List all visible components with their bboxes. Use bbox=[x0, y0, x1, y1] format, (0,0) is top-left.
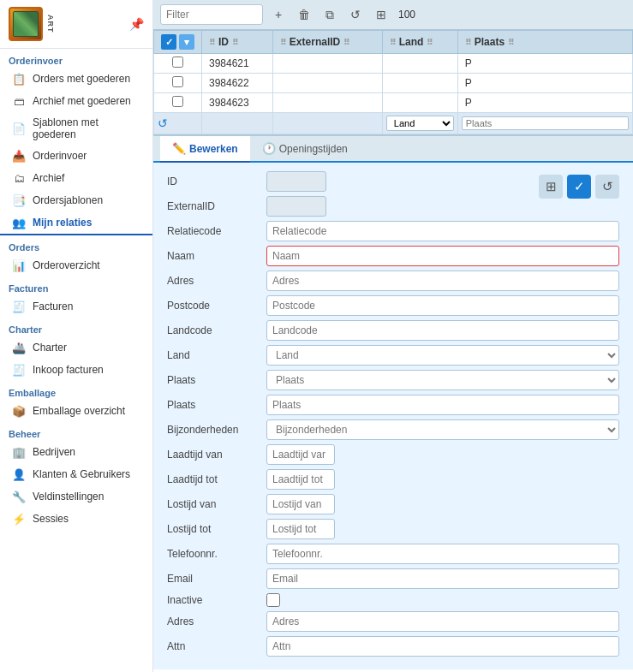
land-sort[interactable]: ⠿ bbox=[427, 38, 433, 47]
field-relatiecode[interactable] bbox=[266, 221, 619, 241]
delete-button[interactable]: 🗑 bbox=[294, 4, 314, 25]
sidebar-item-sessies[interactable]: ⚡ Sessies bbox=[0, 508, 152, 530]
label-land: Land bbox=[167, 349, 261, 361]
mijn-relaties-icon: 👥 bbox=[12, 216, 26, 229]
field-adres2[interactable] bbox=[266, 611, 619, 632]
sidebar: ART 📌 Orderinvoer 📋 Orders met goederen … bbox=[0, 0, 153, 672]
sidebar-item-facturen[interactable]: 🧾 Facturen bbox=[0, 295, 152, 318]
sidebar-item-klanten-gebruikers[interactable]: 👤 Klanten & Gebruikers bbox=[0, 463, 152, 485]
undo-action-btn[interactable]: ↺ bbox=[595, 175, 619, 199]
label-lostijd-van: Lostijd van bbox=[167, 498, 261, 510]
filter-land-cell[interactable]: Land bbox=[382, 113, 457, 134]
field-externalid[interactable] bbox=[266, 196, 326, 217]
section-orders: Orders bbox=[0, 235, 152, 254]
label-naam: Naam bbox=[167, 250, 261, 262]
sidebar-item-sjablonen[interactable]: 📄 Sjablonen met goederen bbox=[0, 112, 152, 145]
plaats-sort[interactable]: ⠿ bbox=[508, 38, 514, 47]
filter-land-select[interactable]: Land bbox=[386, 116, 454, 131]
copy-button[interactable]: ⧉ bbox=[319, 4, 340, 25]
form-area: ID ExternalID ⊞ ✓ ↺ Re bbox=[153, 163, 633, 669]
form-row-attn: Attn bbox=[167, 636, 619, 657]
sidebar-item-charter[interactable]: 🚢 Charter bbox=[0, 336, 152, 359]
field-id[interactable] bbox=[266, 171, 326, 192]
field-plaats-input[interactable] bbox=[266, 395, 619, 415]
col-id[interactable]: ⠿ ID ⠿ bbox=[202, 31, 273, 54]
filter-plaats-input[interactable] bbox=[462, 116, 629, 130]
main-content: + 🗑 ⧉ ↺ ⊞ 100 ✓ ▾ ⠿ bbox=[153, 0, 633, 672]
save-action-btn[interactable]: ✓ bbox=[567, 175, 591, 199]
grid-button[interactable]: ⊞ bbox=[371, 4, 391, 25]
archief-met-goederen-icon: 🗃 bbox=[12, 94, 26, 108]
add-button[interactable]: + bbox=[268, 4, 289, 25]
id-drag[interactable]: ⠿ bbox=[209, 38, 215, 47]
col-externalid[interactable]: ⠿ ExternalID ⠿ bbox=[272, 31, 382, 54]
cell-id: 3984622 bbox=[202, 74, 273, 93]
field-bijzonderheden[interactable]: Bijzonderheden bbox=[266, 419, 619, 440]
sidebar-item-archief-met-goederen[interactable]: 🗃 Archief met goederen bbox=[0, 90, 152, 112]
row-check[interactable] bbox=[154, 54, 202, 74]
sidebar-item-veldinstellingen[interactable]: 🔧 Veldinstellingen bbox=[0, 485, 152, 508]
sidebar-item-emballage-overzicht[interactable]: 📦 Emballage overzicht bbox=[0, 400, 152, 422]
externalid-sort[interactable]: ⠿ bbox=[343, 38, 349, 47]
tab-openingstijden[interactable]: 🕐 Openingstijden bbox=[250, 136, 360, 163]
label-landcode: Landcode bbox=[167, 324, 261, 336]
filter-refresh-btn[interactable]: ↺ bbox=[158, 116, 168, 130]
section-emballage: Emballage bbox=[0, 381, 152, 400]
filter-input[interactable] bbox=[160, 4, 263, 25]
label-bijzonderheden: Bijzonderheden bbox=[167, 424, 261, 436]
table-row[interactable]: 3984622 P bbox=[154, 74, 633, 93]
refresh-button[interactable]: ↺ bbox=[345, 4, 366, 25]
row-check[interactable] bbox=[154, 93, 202, 113]
filter-refresh[interactable]: ↺ bbox=[154, 113, 202, 134]
field-lostijd-tot[interactable] bbox=[266, 519, 335, 539]
select-dropdown[interactable]: ▾ bbox=[179, 34, 194, 50]
filter-plaats-cell[interactable] bbox=[457, 113, 632, 134]
id-sort[interactable]: ⠿ bbox=[232, 38, 238, 47]
section-facturen: Facturen bbox=[0, 277, 152, 295]
field-telefoonnr[interactable] bbox=[266, 544, 619, 564]
col-check: ✓ ▾ bbox=[154, 31, 202, 54]
form-row-relatiecode: Relatiecode bbox=[167, 221, 619, 241]
col-plaats[interactable]: ⠿ Plaats ⠿ bbox=[457, 31, 632, 54]
field-attn[interactable] bbox=[266, 636, 619, 657]
tab-bewerken[interactable]: ✏️ Bewerken bbox=[160, 136, 250, 163]
sidebar-item-orderinvoer[interactable]: 📥 Orderinvoer bbox=[0, 145, 152, 167]
sidebar-item-mijn-relaties[interactable]: 👥 Mijn relaties bbox=[0, 211, 152, 235]
orders-met-goederen-icon: 📋 bbox=[12, 72, 26, 86]
sidebar-item-archief[interactable]: 🗂 Archief bbox=[0, 167, 152, 189]
field-plaats-select[interactable]: Plaats bbox=[266, 370, 619, 390]
field-laadtijd-tot[interactable] bbox=[266, 469, 335, 490]
field-land[interactable]: Land bbox=[266, 345, 619, 366]
field-postcode[interactable] bbox=[266, 295, 619, 316]
select-all-check[interactable]: ✓ bbox=[161, 34, 176, 50]
field-inactive[interactable] bbox=[266, 593, 280, 607]
field-email[interactable] bbox=[266, 568, 619, 589]
tab-bewerken-label: Bewerken bbox=[189, 143, 238, 155]
field-naam[interactable] bbox=[266, 246, 619, 266]
sidebar-item-orderoverzicht[interactable]: 📊 Orderoverzicht bbox=[0, 254, 152, 277]
toolbar: + 🗑 ⧉ ↺ ⊞ 100 bbox=[153, 0, 633, 30]
cell-land bbox=[382, 93, 457, 113]
field-landcode[interactable] bbox=[266, 320, 619, 341]
plaats-drag[interactable]: ⠿ bbox=[465, 38, 471, 47]
charter-icon: 🚢 bbox=[12, 341, 26, 354]
sidebar-item-bedrijven[interactable]: 🏢 Bedrijven bbox=[0, 441, 152, 463]
data-table-wrapper: ✓ ▾ ⠿ ID ⠿ ⠿ Externa bbox=[153, 30, 633, 135]
grid-action-btn[interactable]: ⊞ bbox=[539, 175, 563, 199]
table-row[interactable]: 3984623 P bbox=[154, 93, 633, 113]
field-adres[interactable] bbox=[266, 271, 619, 291]
table-row[interactable]: 3984621 P bbox=[154, 54, 633, 74]
sidebar-item-inkoop-facturen[interactable]: 🧾 Inkoop facturen bbox=[0, 359, 152, 381]
land-drag[interactable]: ⠿ bbox=[390, 38, 396, 47]
row-check[interactable] bbox=[154, 74, 202, 93]
label-email: Email bbox=[167, 573, 261, 585]
col-land[interactable]: ⠿ Land ⠿ bbox=[382, 31, 457, 54]
logo-area: ART 📌 bbox=[0, 0, 152, 49]
sidebar-item-ordersjablonen[interactable]: 📑 Ordersjablonen bbox=[0, 189, 152, 211]
externalid-drag[interactable]: ⠿ bbox=[280, 38, 286, 47]
pin-icon[interactable]: 📌 bbox=[129, 17, 144, 31]
field-lostijd-van[interactable] bbox=[266, 494, 335, 514]
field-laadtijd-van[interactable] bbox=[266, 444, 335, 465]
sidebar-item-orders-met-goederen[interactable]: 📋 Orders met goederen bbox=[0, 68, 152, 90]
form-row-lostijd-van: Lostijd van bbox=[167, 494, 619, 514]
